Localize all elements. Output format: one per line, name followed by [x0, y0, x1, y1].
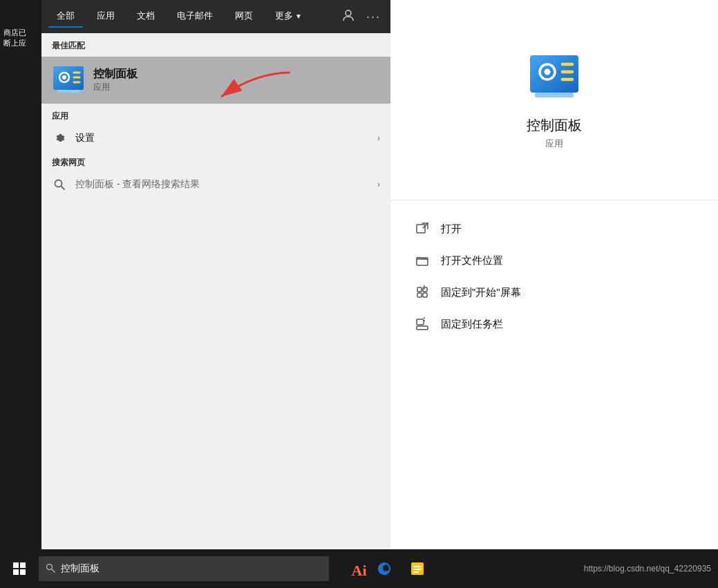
best-match-text: 控制面板 应用	[93, 67, 380, 93]
taskbar-search-box[interactable]: 控制面板	[39, 556, 329, 581]
action-pin-start-label: 固定到"开始"屏幕	[441, 286, 521, 299]
start-button[interactable]	[0, 549, 39, 588]
svg-point-4	[62, 75, 66, 79]
taskbar-search-icon	[46, 563, 55, 575]
filter-tab-more[interactable]: 更多 ▼	[267, 6, 310, 28]
svg-rect-43	[413, 571, 419, 573]
action-pin-taskbar-label: 固定到任务栏	[441, 318, 503, 331]
svg-rect-33	[20, 569, 26, 575]
search-panel: 全部 应用 文档 电子邮件 网页 更多 ▼ ··· 最佳匹配	[41, 0, 390, 549]
svg-rect-18	[535, 93, 574, 97]
action-open-label: 打开	[441, 222, 462, 236]
pin-start-icon	[415, 285, 430, 300]
chevron-down-icon: ▼	[295, 12, 302, 20]
search-icon	[52, 177, 67, 192]
action-pin-taskbar[interactable]: 固定到任务栏	[411, 310, 697, 339]
taskbar-url: https://blog.csdn.net/qq_42220935	[584, 564, 718, 573]
svg-rect-25	[423, 293, 427, 297]
app-detail-top: 控制面板 应用	[390, 0, 718, 200]
left-panel-text: 商店已 断上应	[3, 28, 41, 49]
left-panel: 商店已 断上应	[0, 0, 41, 549]
svg-rect-32	[13, 569, 19, 575]
arrow-right-icon: ›	[377, 133, 380, 143]
open-icon	[415, 221, 430, 236]
best-match-label: 最佳匹配	[41, 33, 390, 55]
svg-line-10	[62, 187, 65, 190]
file-app-button[interactable]	[402, 553, 433, 584]
web-section-label: 搜索网页	[41, 151, 390, 171]
control-panel-icon-small	[52, 64, 85, 97]
action-open-location[interactable]: 打开文件位置	[411, 246, 697, 275]
svg-rect-31	[20, 562, 26, 568]
ai-app-icon[interactable]: Ai	[340, 553, 378, 588]
svg-rect-42	[413, 569, 422, 570]
svg-rect-27	[417, 326, 428, 330]
filter-tab-all[interactable]: 全部	[48, 6, 83, 28]
app-actions: 打开 打开文件位置	[390, 200, 718, 352]
svg-point-34	[47, 564, 53, 569]
svg-rect-24	[417, 293, 422, 297]
person-icon[interactable]	[339, 6, 358, 28]
action-open[interactable]: 打开	[411, 214, 697, 243]
action-pin-start[interactable]: 固定到"开始"屏幕	[411, 278, 697, 307]
filter-bar: 全部 应用 文档 电子邮件 网页 更多 ▼ ···	[41, 0, 390, 33]
pin-taskbar-icon	[415, 316, 430, 332]
app-detail-name: 控制面板	[527, 116, 582, 135]
app-detail-type: 应用	[545, 137, 563, 150]
web-search-item[interactable]: 控制面板 - 查看网络搜索结果 ›	[41, 171, 390, 198]
action-open-location-label: 打开文件位置	[441, 254, 503, 267]
filter-tab-docs[interactable]: 文档	[129, 6, 163, 28]
svg-point-0	[346, 10, 351, 16]
control-panel-icon-large	[527, 50, 582, 105]
taskbar-search-text: 控制面板	[61, 562, 100, 575]
right-panel: 控制面板 应用 打开 打开文件位置	[390, 0, 718, 549]
svg-point-14	[545, 69, 551, 75]
gear-icon	[52, 131, 67, 146]
svg-rect-22	[417, 287, 422, 292]
svg-rect-41	[413, 566, 422, 567]
web-arrow-icon: ›	[377, 180, 380, 189]
filter-tab-web[interactable]: 网页	[227, 6, 261, 28]
svg-rect-30	[13, 562, 19, 568]
ai-label: Ai	[352, 562, 367, 580]
svg-rect-23	[423, 287, 427, 292]
best-match-item[interactable]: 控制面板 应用	[41, 57, 390, 104]
folder-icon	[415, 253, 430, 268]
apps-section-label: 应用	[41, 105, 390, 125]
more-options-icon[interactable]: ···	[363, 7, 384, 27]
filter-tab-email[interactable]: 电子邮件	[169, 6, 221, 28]
web-item-text: 控制面板 - 查看网络搜索结果	[75, 178, 369, 191]
apps-item-settings[interactable]: 设置 ›	[41, 125, 390, 151]
svg-rect-28	[417, 319, 424, 325]
filter-tab-apps[interactable]: 应用	[88, 6, 123, 28]
svg-rect-8	[57, 90, 79, 93]
svg-line-35	[52, 569, 55, 572]
svg-rect-19	[417, 225, 425, 233]
